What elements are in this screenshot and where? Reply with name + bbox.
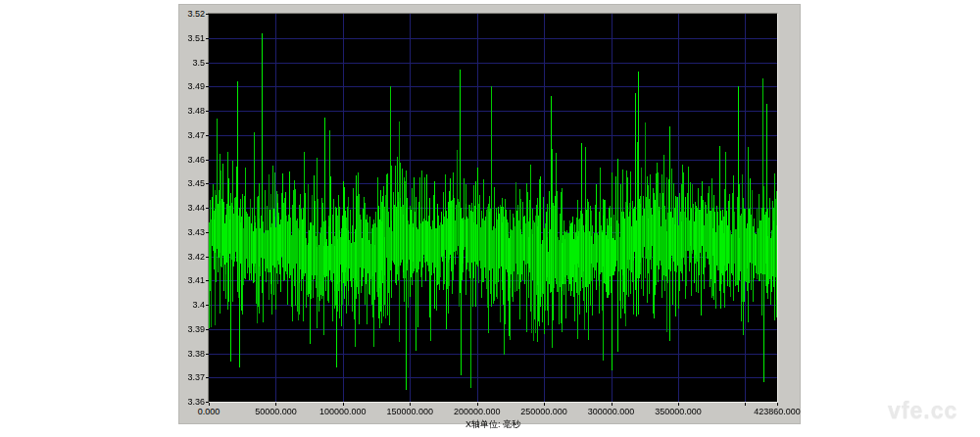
y-tick-mark — [206, 38, 209, 39]
y-tick-label: 3.43 — [179, 227, 205, 237]
y-tick-mark — [206, 160, 209, 161]
y-tick-mark — [206, 377, 209, 378]
y-tick-mark — [206, 329, 209, 330]
y-tick-label: 3.5 — [179, 58, 205, 68]
y-tick-mark — [206, 280, 209, 281]
chart-panel: 3.523.513.53.493.483.473.463.453.443.433… — [178, 4, 801, 424]
x-tick-mark — [275, 403, 276, 406]
x-axis-unit-label: X轴单位: 毫秒 — [434, 419, 552, 429]
x-tick-label: 200000.000 — [443, 407, 512, 416]
y-tick-mark — [206, 135, 209, 136]
x-tick-mark — [410, 403, 411, 406]
x-tick-label: 423860.000 — [743, 407, 811, 416]
y-tick-label: 3.45 — [179, 178, 205, 188]
y-tick-label: 3.51 — [179, 33, 205, 43]
x-tick-label: 50000.000 — [241, 407, 310, 416]
x-tick-mark — [209, 403, 210, 406]
signal-plot-canvas[interactable] — [209, 14, 777, 402]
x-tick-label: 100000.000 — [309, 407, 377, 416]
y-tick-label: 3.4 — [179, 300, 205, 310]
y-tick-label: 3.47 — [179, 130, 205, 140]
x-tick-mark — [343, 403, 344, 406]
x-tick-mark — [678, 403, 679, 406]
y-tick-label: 3.42 — [179, 252, 205, 262]
y-tick-label: 3.52 — [179, 9, 205, 19]
x-tick-label: 300000.000 — [577, 407, 646, 416]
watermark: vfe.cc — [888, 398, 957, 424]
x-tick-mark — [777, 403, 778, 406]
y-tick-mark — [206, 257, 209, 258]
y-tick-mark — [206, 232, 209, 233]
y-tick-label: 3.48 — [179, 106, 205, 116]
x-tick-label: 0.000 — [174, 407, 243, 416]
x-tick-mark — [544, 403, 545, 406]
x-tick-label: 150000.000 — [375, 407, 444, 416]
y-tick-label: 3.36 — [179, 397, 205, 407]
y-tick-mark — [206, 111, 209, 112]
y-tick-mark — [206, 208, 209, 209]
x-tick-mark — [612, 403, 612, 406]
y-tick-label: 3.44 — [179, 203, 205, 213]
y-tick-label: 3.38 — [179, 349, 205, 359]
y-tick-mark — [206, 14, 209, 15]
plot-area — [208, 13, 778, 403]
y-tick-mark — [206, 183, 209, 184]
x-tick-label: 350000.000 — [644, 407, 712, 416]
x-tick-label: 250000.000 — [510, 407, 578, 416]
x-tick-mark — [477, 403, 478, 406]
y-tick-mark — [206, 63, 209, 64]
y-tick-label: 3.49 — [179, 81, 205, 91]
y-tick-label: 3.39 — [179, 324, 205, 334]
y-tick-label: 3.46 — [179, 155, 205, 165]
y-tick-mark — [206, 354, 209, 355]
x-tick-mark — [745, 403, 746, 406]
y-tick-label: 3.41 — [179, 275, 205, 285]
y-tick-mark — [206, 86, 209, 87]
y-tick-mark — [206, 305, 209, 306]
y-tick-label: 3.37 — [179, 372, 205, 382]
